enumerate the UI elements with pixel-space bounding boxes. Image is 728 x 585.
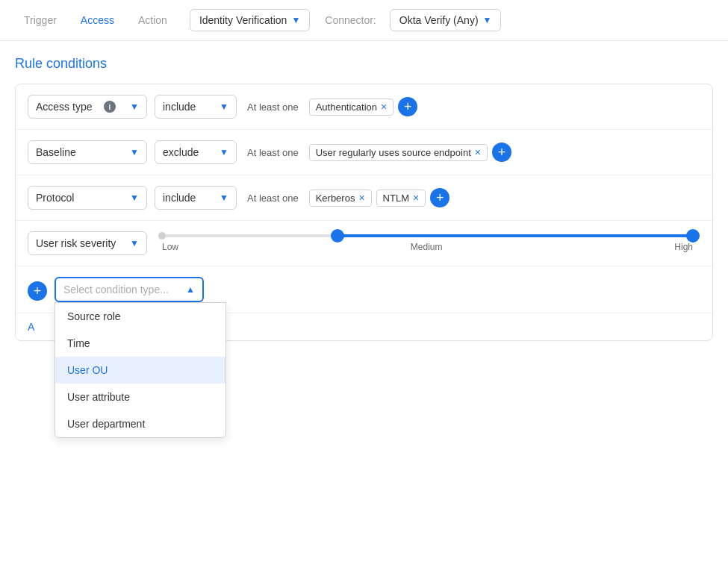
tags-2: User regularly uses source endpoint × +	[309, 143, 511, 162]
tag-close-kerberos[interactable]: ×	[358, 193, 364, 203]
operator-chevron-1: ▼	[220, 101, 228, 112]
field-chevron-2: ▼	[130, 147, 139, 157]
trigger-tab[interactable]: Trigger	[15, 10, 66, 31]
field-dropdown-2[interactable]: Baseline ▼	[28, 140, 147, 164]
operator-label-3: include	[163, 192, 196, 204]
option-user-attribute[interactable]: User attribute	[55, 384, 225, 410]
field-label-3: Protocol	[36, 192, 74, 204]
field-label-slider: User risk severity	[36, 237, 116, 249]
top-nav: Trigger Access Action Identity Verificat…	[0, 0, 728, 41]
operator-label-2: exclude	[163, 146, 199, 158]
rule-conditions-container: Access type i ▼ include ▼ At least one A…	[15, 84, 713, 341]
condition-type-dropdown-menu: Source role Time User OU User attribute …	[55, 302, 226, 438]
quantifier-3: At least one	[247, 193, 299, 204]
identity-verification-chevron: ▼	[291, 15, 300, 25]
slider-track[interactable]	[162, 234, 693, 237]
option-user-ou[interactable]: User OU	[55, 357, 225, 384]
access-tab[interactable]: Access	[72, 10, 123, 31]
slider-label-medium: Medium	[411, 242, 443, 252]
add-condition-icon[interactable]: +	[28, 281, 47, 301]
tag-authentication: Authentication ×	[309, 98, 394, 116]
operator-chevron-3: ▼	[220, 193, 228, 203]
slider-label-high: High	[674, 242, 693, 252]
tag-label-kerberos: Kerberos	[316, 193, 355, 204]
slider-thumb-high[interactable]	[686, 229, 700, 243]
tags-3: Kerberos × NTLM × +	[309, 188, 450, 207]
tag-close-authentication[interactable]: ×	[381, 101, 387, 112]
info-icon-1[interactable]: i	[104, 101, 116, 113]
operator-dropdown-2[interactable]: exclude ▼	[155, 140, 237, 164]
tag-baseline: User regularly uses source endpoint ×	[309, 144, 488, 161]
select-condition-chevron: ▲	[186, 284, 195, 295]
field-dropdown-1[interactable]: Access type i ▼	[28, 95, 147, 119]
field-label-2: Baseline	[36, 146, 76, 158]
option-source-role[interactable]: Source role	[55, 303, 225, 330]
slider-fill	[337, 234, 693, 237]
connector-chevron: ▼	[483, 15, 492, 25]
operator-dropdown-1[interactable]: include ▼	[155, 95, 237, 119]
condition-row-3: Protocol ▼ include ▼ At least one Kerber…	[16, 175, 712, 221]
quantifier-2: At least one	[247, 147, 299, 158]
select-condition-dropdown: Select condition type... ▲ Source role T…	[55, 277, 204, 302]
section-title: Rule conditions	[15, 56, 713, 72]
field-chevron-slider: ▼	[130, 238, 139, 248]
connector-dropdown[interactable]: Okta Verify (Any) ▼	[390, 9, 502, 31]
tag-kerberos: Kerberos ×	[309, 190, 372, 207]
field-dropdown-slider[interactable]: User risk severity ▼	[28, 231, 147, 255]
tag-label-authentication: Authentication	[316, 101, 377, 113]
select-condition-placeholder: Select condition type...	[63, 284, 169, 295]
add-tag-2[interactable]: +	[492, 143, 511, 162]
condition-row-2: Baseline ▼ exclude ▼ At least one User r…	[16, 130, 712, 175]
main-content: Rule conditions Access type i ▼ include …	[0, 41, 728, 356]
field-chevron-1: ▼	[130, 101, 139, 112]
operator-chevron-2: ▼	[220, 147, 228, 157]
tag-close-ntlm[interactable]: ×	[413, 193, 419, 203]
slider-labels: Low Medium High	[162, 242, 693, 252]
slider-label-low: Low	[162, 242, 178, 252]
connector-label: Connector:	[325, 14, 376, 26]
action-tab[interactable]: Action	[129, 10, 176, 31]
slider-dot-low	[158, 232, 166, 240]
tag-label-ntlm: NTLM	[383, 193, 409, 204]
outer-add-row: + Select condition type... ▲ Source role…	[28, 277, 204, 302]
tag-label-baseline: User regularly uses source endpoint	[316, 147, 471, 158]
add-tag-3[interactable]: +	[430, 188, 449, 207]
action-label[interactable]: A	[28, 321, 34, 333]
quantifier-1: At least one	[247, 101, 299, 113]
connector-value: Okta Verify (Any)	[399, 14, 479, 26]
field-chevron-3: ▼	[130, 193, 139, 203]
operator-dropdown-3[interactable]: include ▼	[155, 186, 237, 210]
tag-ntlm: NTLM ×	[376, 190, 426, 207]
condition-row-1: Access type i ▼ include ▼ At least one A…	[16, 84, 712, 130]
option-time[interactable]: Time	[55, 330, 225, 357]
select-condition-row: + Select condition type... ▲ Source role…	[16, 266, 712, 313]
risk-slider-container: Low Medium High	[155, 234, 700, 252]
condition-row-slider: User risk severity ▼ Low Medium High	[16, 221, 712, 266]
tags-1: Authentication × +	[309, 97, 418, 116]
select-condition-input[interactable]: Select condition type... ▲	[55, 277, 204, 302]
operator-label-1: include	[163, 101, 196, 113]
identity-verification-dropdown[interactable]: Identity Verification ▼	[190, 9, 310, 31]
field-dropdown-3[interactable]: Protocol ▼	[28, 186, 147, 210]
identity-verification-label: Identity Verification	[199, 14, 287, 26]
add-tag-1[interactable]: +	[398, 97, 417, 116]
tag-close-baseline[interactable]: ×	[475, 147, 481, 157]
field-label-1: Access type	[36, 101, 92, 113]
slider-thumb-medium[interactable]	[331, 229, 344, 243]
option-user-department[interactable]: User department	[55, 410, 225, 437]
